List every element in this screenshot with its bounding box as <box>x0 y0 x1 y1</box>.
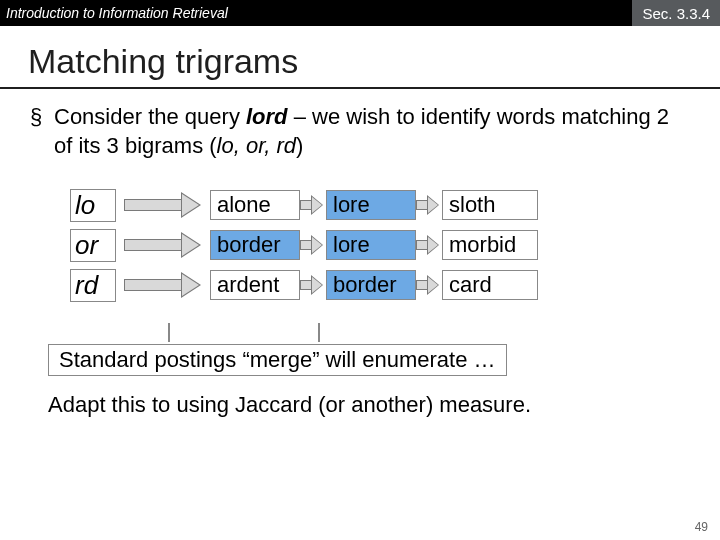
section-label: Sec. 3.3.4 <box>632 0 720 26</box>
arrow-icon <box>300 235 326 255</box>
merge-callout: Standard postings “merge” will enumerate… <box>48 344 507 376</box>
arrow-icon <box>124 273 204 297</box>
posting-cell: morbid <box>442 230 538 260</box>
postings-diagram: lo alone lore sloth or border lore morbi… <box>70 186 690 304</box>
adapt-text: Adapt this to using Jaccard (or another)… <box>48 392 690 418</box>
course-name: Introduction to Information Retrieval <box>6 5 228 21</box>
postings-row: or border lore morbid <box>70 226 690 264</box>
arrow-icon <box>124 233 204 257</box>
posting-cell: ardent <box>210 270 300 300</box>
merge-text: Standard postings “merge” will enumerate… <box>48 344 507 376</box>
posting-cell: border <box>210 230 300 260</box>
posting-cell: alone <box>210 190 300 220</box>
bigram-cell: rd <box>70 269 116 302</box>
page-number: 49 <box>695 520 708 534</box>
slide-title: Matching trigrams <box>28 42 720 81</box>
arrow-icon <box>300 195 326 215</box>
bullet-line: § Consider the query lord – we wish to i… <box>30 103 690 160</box>
postings-row: rd ardent border card <box>70 266 690 304</box>
arrow-icon <box>124 193 204 217</box>
posting-cell: lore <box>326 190 416 220</box>
posting-cell: card <box>442 270 538 300</box>
merge-arrow-icon <box>168 324 170 342</box>
posting-cell: border <box>326 270 416 300</box>
arrow-icon <box>416 275 442 295</box>
top-bar: Introduction to Information Retrieval Se… <box>0 0 720 26</box>
bigram-cell: lo <box>70 189 116 222</box>
postings-row: lo alone lore sloth <box>70 186 690 224</box>
bigram-cell: or <box>70 229 116 262</box>
posting-cell: sloth <box>442 190 538 220</box>
posting-cell: lore <box>326 230 416 260</box>
bullet-text: Consider the query lord – we wish to ide… <box>54 103 690 160</box>
arrow-icon <box>300 275 326 295</box>
arrow-icon <box>416 235 442 255</box>
arrow-icon <box>416 195 442 215</box>
merge-arrow-icon <box>318 324 320 342</box>
bullet-marker: § <box>30 103 54 160</box>
